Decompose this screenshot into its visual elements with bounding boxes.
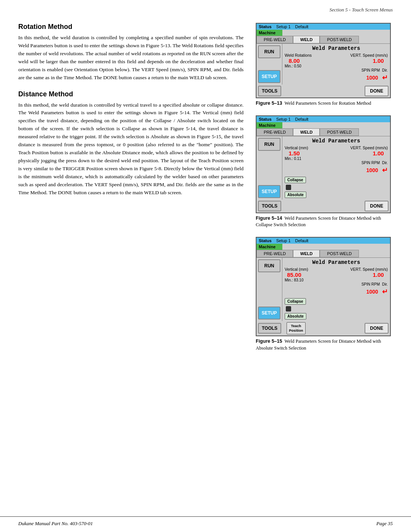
spin-rpm-label-15: SPIN RPM (362, 282, 380, 286)
figure-15: Status Setup 1 Default Machine PRE-WELD … (256, 237, 393, 352)
label-vertical-14: Vertical (mm) (285, 145, 308, 150)
screen-15-left-nav: RUN SETUP (256, 258, 282, 321)
setup-btn-13[interactable]: SETUP (258, 70, 280, 83)
tab-post-weld-15[interactable]: POST-WELD (320, 250, 359, 257)
screen-13-left-nav: RUN SETUP (256, 44, 282, 85)
setup-btn-15[interactable]: SETUP (258, 307, 280, 320)
run-btn-15[interactable]: RUN (258, 259, 280, 272)
value-weld-rotations-13: 8.00 (285, 58, 304, 64)
screen-13-top-bar: Status Setup 1 Default (256, 24, 390, 30)
setup-btn-14[interactable]: SETUP (258, 185, 280, 198)
tab-weld-13[interactable]: WELD (293, 36, 320, 43)
screen-15-status: Status (259, 238, 272, 243)
weld-params-title-15: Weld Parameters (285, 259, 388, 265)
absolute-btn-15[interactable]: Absolute (285, 313, 306, 320)
run-btn-14[interactable]: RUN (258, 138, 280, 151)
tools-btn-14[interactable]: TOOLS (258, 201, 281, 211)
screen-14-machine: Machine (256, 122, 282, 128)
done-btn-15[interactable]: DONE (365, 323, 389, 334)
footer-right: Page 35 (376, 521, 393, 527)
teach-position-btn[interactable]: TeachPosition (287, 322, 305, 335)
spin-rpm-label-14: SPIN RPM (362, 161, 380, 165)
absolute-btn-14[interactable]: Absolute (285, 192, 306, 198)
screen-13-body: RUN SETUP Weld Parameters Weld Rotations… (256, 44, 390, 85)
screen-13-bottom: TOOLS DONE (256, 85, 390, 97)
rotation-method-title: Rotation Method (18, 23, 244, 31)
run-btn-13[interactable]: RUN (258, 45, 280, 58)
header-text: Section 5 - Touch Screen Menus (330, 7, 393, 13)
main-content: Rotation Method In this method, the weld… (0, 16, 411, 351)
screen-14-tabs: PRE-WELD WELD POST-WELD (256, 128, 390, 136)
screen-15-default: Default (295, 238, 309, 243)
dir-arrow-14: ↵ (382, 166, 388, 174)
collapse-btn-14[interactable]: Collapse (285, 177, 306, 183)
screen-14-body: RUN SETUP Weld Parameters Vertical (mm) … (256, 136, 390, 200)
tab-pre-weld-13[interactable]: PRE-WELD (256, 36, 293, 43)
footer-left: Dukane Manual Part No. 403-570-01 (18, 521, 93, 527)
page-footer: Dukane Manual Part No. 403-570-01 Page 3… (0, 516, 411, 532)
spin-value-13: 1000 (365, 75, 380, 81)
screen-13-main: Weld Parameters Weld Rotations VERT. Spe… (282, 44, 390, 85)
teach-position-area: TeachPosition (287, 322, 305, 335)
tab-pre-weld-15[interactable]: PRE-WELD (256, 250, 293, 257)
screen-14-setup: Setup 1 (276, 117, 291, 121)
rotation-method-text: In this method, the weld duration is con… (18, 34, 244, 82)
dir-label-13: Dir. (382, 68, 388, 72)
screen-13-default: Default (295, 24, 309, 29)
switch-indicator-14 (286, 185, 291, 190)
tab-weld-15[interactable]: WELD (293, 250, 320, 257)
tab-weld-14[interactable]: WELD (293, 128, 320, 136)
dir-arrow-15: ↵ (382, 288, 388, 296)
screen-14-values: 1.50 1.00 (285, 150, 388, 157)
dir-label-15: Dir. (382, 282, 388, 286)
tools-btn-15[interactable]: TOOLS (258, 323, 281, 334)
spin-row-14: SPIN RPM Dir. (285, 161, 388, 165)
fig-14-number: Figure 5–14 (256, 216, 282, 221)
screen-14-default: Default (295, 117, 309, 121)
value-vertical-15: 85.00 (285, 272, 304, 278)
screen-15-setup: Setup 1 (276, 238, 291, 243)
dir-arrow-13: ↵ (382, 73, 388, 82)
screen-15-bottom: TOOLS TeachPosition DONE (256, 321, 390, 336)
value-vert-speed-14: 1.00 (369, 150, 388, 157)
tools-btn-13[interactable]: TOOLS (258, 86, 281, 96)
screen-13-tabs: PRE-WELD WELD POST-WELD (256, 36, 390, 44)
spin-value-row-15: 1000 ↵ (285, 288, 388, 296)
min-rotations-13: Min.: 0.50 (285, 64, 388, 68)
spin-value-row-14: 1000 ↵ (285, 166, 388, 174)
screen-13-col-labels: Weld Rotations VERT. Speed (mm/s) (285, 53, 388, 58)
screen-14-main: Weld Parameters Vertical (mm) VERT. Spee… (282, 136, 390, 200)
caption-15: Figure 5–15 Weld Parameters Screen for D… (256, 338, 393, 351)
screen-15-main: Weld Parameters Vertical (mm) VERT. Spee… (282, 258, 390, 321)
done-btn-13[interactable]: DONE (365, 86, 389, 96)
page-header: Section 5 - Touch Screen Menus (0, 0, 411, 16)
screen-14-top-bar: Status Setup 1 Default (256, 116, 390, 122)
label-vert-speed-13: VERT. Speed (mm/s) (350, 53, 388, 58)
screen-15: Status Setup 1 Default Machine PRE-WELD … (256, 237, 391, 337)
switch-box-15: Collapse Absolute (285, 298, 388, 320)
screen-14: Status Setup 1 Default Machine PRE-WELD … (256, 115, 391, 213)
weld-params-title-13: Weld Parameters (285, 45, 388, 51)
screen-13-values: 8.00 1.00 (285, 58, 388, 64)
tab-post-weld-14[interactable]: POST-WELD (320, 128, 359, 136)
screen-15-machine: Machine (256, 244, 282, 250)
screen-15-col-labels: Vertical (mm) VERT. Speed (mm/s) (285, 267, 388, 272)
figure-14: Status Setup 1 Default Machine PRE-WELD … (256, 115, 393, 228)
tab-pre-weld-14[interactable]: PRE-WELD (256, 128, 293, 136)
collapse-btn-15[interactable]: Collapse (285, 298, 306, 305)
dir-label-14: Dir. (382, 161, 388, 165)
done-btn-14[interactable]: DONE (365, 201, 389, 211)
value-vert-speed-15: 1.00 (369, 272, 388, 278)
screen-13-machine: Machine (256, 30, 282, 36)
spin-rpm-label-13: SPIN RPM (362, 68, 380, 72)
figure-13: Status Setup 1 Default Machine PRE-WELD … (256, 23, 393, 107)
tab-post-weld-13[interactable]: POST-WELD (320, 36, 359, 43)
switch-box-14: Collapse Absolute (285, 177, 388, 198)
weld-params-title-14: Weld Parameters (285, 138, 388, 144)
caption-14: Figure 5–14 Weld Parameters Screen for D… (256, 215, 393, 228)
spin-row-13: SPIN RPM Dir. (285, 68, 388, 72)
spin-value-row-13: 1000 ↵ (285, 73, 388, 82)
spin-row-15: SPIN RPM Dir. (285, 282, 388, 286)
label-weld-rotations-13: Weld Rotations (285, 53, 312, 58)
screen-14-left-nav: RUN SETUP (256, 136, 282, 200)
